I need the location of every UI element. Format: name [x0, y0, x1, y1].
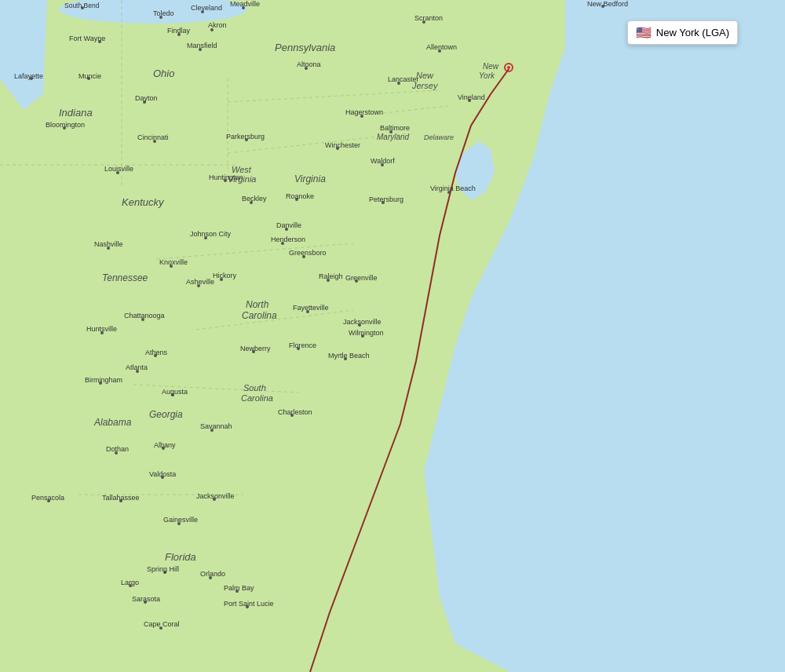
- svg-text:Virginia: Virginia: [294, 173, 326, 184]
- svg-text:Orlando: Orlando: [200, 570, 225, 578]
- svg-text:Maryland: Maryland: [377, 133, 410, 141]
- svg-text:Albany: Albany: [154, 441, 176, 449]
- svg-text:Nashville: Nashville: [94, 240, 123, 248]
- svg-text:Mansfield: Mansfield: [187, 42, 217, 49]
- svg-text:Alabama: Alabama: [93, 417, 132, 428]
- svg-text:Hickory: Hickory: [213, 272, 237, 279]
- map-container: Indiana Ohio Pennsylvania New Jersey New…: [0, 0, 785, 672]
- svg-text:Asheville: Asheville: [186, 278, 214, 286]
- svg-text:Raleigh: Raleigh: [319, 272, 343, 280]
- svg-text:Carolina: Carolina: [242, 310, 277, 321]
- svg-text:Athens: Athens: [145, 349, 168, 356]
- svg-text:Meadville: Meadville: [230, 0, 260, 8]
- svg-text:Tennessee: Tennessee: [102, 272, 148, 283]
- svg-text:Myrtle Beach: Myrtle Beach: [328, 352, 370, 360]
- svg-text:Jacksonville: Jacksonville: [343, 318, 382, 326]
- svg-text:Lancaster: Lancaster: [388, 75, 419, 83]
- svg-text:Waldorf: Waldorf: [371, 157, 395, 165]
- svg-text:Tallahassee: Tallahassee: [102, 494, 140, 502]
- svg-text:Dothan: Dothan: [106, 445, 129, 453]
- map-svg: Indiana Ohio Pennsylvania New Jersey New…: [0, 0, 785, 672]
- svg-text:Sarasota: Sarasota: [132, 595, 160, 603]
- svg-text:Dayton: Dayton: [135, 94, 158, 102]
- svg-text:Augusta: Augusta: [162, 388, 188, 396]
- svg-text:Beckley: Beckley: [242, 195, 267, 203]
- destination-label: 🇺🇸 New York (LGA): [627, 20, 738, 45]
- svg-text:Johnson City: Johnson City: [190, 230, 232, 238]
- svg-text:Atlanta: Atlanta: [126, 363, 148, 371]
- svg-text:Danville: Danville: [276, 221, 301, 229]
- svg-text:Hagerstown: Hagerstown: [345, 108, 383, 116]
- svg-text:Delaware: Delaware: [424, 133, 454, 141]
- svg-text:Huntsville: Huntsville: [86, 325, 117, 333]
- svg-text:Baltimore: Baltimore: [380, 124, 410, 132]
- svg-text:Ohio: Ohio: [153, 68, 174, 79]
- svg-text:Parkersburg: Parkersburg: [226, 133, 265, 141]
- svg-text:Jacksonville: Jacksonville: [196, 492, 235, 500]
- svg-text:Allentown: Allentown: [426, 43, 457, 51]
- svg-text:Savannah: Savannah: [200, 422, 232, 430]
- svg-text:Charleston: Charleston: [278, 408, 312, 416]
- svg-text:Virginia Beach: Virginia Beach: [430, 184, 476, 192]
- svg-text:Vineland: Vineland: [458, 93, 485, 101]
- svg-text:Valdosta: Valdosta: [149, 470, 176, 478]
- svg-text:Pennsylvania: Pennsylvania: [275, 42, 335, 53]
- svg-text:Largo: Largo: [121, 579, 139, 586]
- svg-text:Carolina: Carolina: [241, 393, 273, 403]
- svg-text:Lafayette: Lafayette: [14, 72, 43, 80]
- svg-text:Palm Bay: Palm Bay: [224, 584, 254, 592]
- svg-text:Indiana: Indiana: [59, 107, 93, 119]
- svg-point-18: [507, 66, 510, 69]
- svg-text:Pensacola: Pensacola: [31, 494, 64, 502]
- svg-text:South Bend: South Bend: [64, 2, 100, 9]
- svg-text:Huntington: Huntington: [209, 173, 243, 181]
- svg-text:Greenville: Greenville: [345, 274, 378, 282]
- svg-text:Gainesville: Gainesville: [163, 516, 198, 524]
- destination-city-name: New York (LGA): [656, 27, 729, 38]
- svg-text:Florida: Florida: [165, 551, 196, 563]
- svg-text:Florence: Florence: [289, 341, 316, 349]
- svg-text:Chattanooga: Chattanooga: [124, 312, 165, 320]
- svg-text:New Bedford: New Bedford: [587, 0, 628, 8]
- svg-text:Georgia: Georgia: [149, 409, 183, 420]
- svg-text:South: South: [243, 383, 266, 393]
- svg-text:Greensboro: Greensboro: [289, 249, 327, 257]
- svg-text:Knoxville: Knoxville: [159, 258, 188, 266]
- svg-text:Altoona: Altoona: [297, 60, 321, 68]
- svg-text:Bloomington: Bloomington: [46, 121, 85, 129]
- svg-text:Cape Coral: Cape Coral: [144, 620, 180, 628]
- svg-text:Findlay: Findlay: [167, 27, 191, 35]
- svg-text:Toledo: Toledo: [153, 9, 174, 17]
- svg-text:Kentucky: Kentucky: [122, 196, 165, 208]
- svg-text:Birmingham: Birmingham: [85, 376, 122, 384]
- svg-text:Cleveland: Cleveland: [191, 4, 222, 12]
- svg-text:Port Saint Lucie: Port Saint Lucie: [224, 600, 274, 608]
- svg-text:Wilmington: Wilmington: [349, 329, 384, 337]
- svg-text:Muncie: Muncie: [78, 72, 101, 80]
- svg-text:Cincinnati: Cincinnati: [137, 133, 169, 141]
- svg-text:Fayetteville: Fayetteville: [293, 304, 329, 312]
- svg-text:Spring Hill: Spring Hill: [147, 565, 179, 573]
- svg-text:New: New: [483, 62, 499, 71]
- svg-text:North: North: [246, 299, 269, 310]
- svg-text:Scranton: Scranton: [414, 14, 443, 22]
- svg-text:Akron: Akron: [208, 21, 227, 29]
- svg-text:York: York: [479, 71, 495, 80]
- svg-text:Fort Wayne: Fort Wayne: [69, 35, 105, 42]
- destination-flag: 🇺🇸: [636, 25, 652, 40]
- svg-text:Henderson: Henderson: [271, 236, 305, 243]
- svg-text:Newberry: Newberry: [240, 345, 271, 352]
- svg-text:Roanoke: Roanoke: [286, 192, 314, 200]
- svg-text:Louisville: Louisville: [104, 165, 133, 173]
- svg-text:Winchester: Winchester: [325, 141, 360, 149]
- svg-text:Petersburg: Petersburg: [369, 195, 403, 203]
